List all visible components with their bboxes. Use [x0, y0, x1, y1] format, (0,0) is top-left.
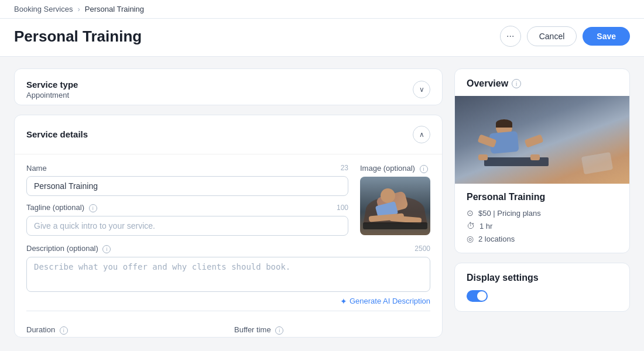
duration-info-icon[interactable]: i — [60, 326, 68, 335]
display-toggle-switch[interactable] — [467, 290, 488, 302]
service-type-card-header: Service type Appointment ∨ — [15, 69, 442, 105]
chevron-up-icon: ∧ — [419, 130, 424, 139]
overview-card: Overview i — [454, 68, 630, 253]
page-header: Personal Training ··· Cancel Save — [0, 19, 644, 57]
name-label-row: Name 23 — [26, 164, 348, 173]
image-upload-box[interactable] — [360, 177, 430, 235]
service-details-card-header: Service details ∧ — [15, 115, 442, 154]
overview-header: Overview i — [455, 69, 629, 96]
overview-info-icon[interactable]: i — [512, 79, 521, 88]
clock-icon: ⏱ — [467, 221, 475, 230]
service-details-heading: Service details — [26, 129, 88, 139]
overview-locations-item: ◎ 2 locations — [467, 234, 618, 243]
page-title: Personal Training — [14, 27, 142, 46]
overview-meta: ⊙ $50 | Pricing plans ⏱ 1 hr ◎ 2 locatio… — [467, 208, 618, 243]
service-details-card: Service details ∧ Name 23 — [14, 115, 443, 338]
name-label: Name — [26, 164, 47, 173]
location-icon: ◎ — [467, 234, 474, 243]
tagline-input[interactable] — [26, 216, 348, 236]
save-button[interactable]: Save — [583, 27, 630, 46]
description-group: Description (optional) i 2500 ✦ Generate… — [26, 244, 430, 306]
side-panel: Overview i — [454, 68, 630, 338]
overview-price: $50 | Pricing plans — [478, 209, 541, 218]
breadcrumb-current: Personal Training — [85, 5, 144, 13]
service-type-heading: Service type — [26, 80, 78, 90]
service-type-collapse-button[interactable]: ∨ — [413, 81, 430, 98]
breadcrumb-bar: Booking Services › Personal Training — [0, 0, 644, 19]
divider — [26, 311, 430, 311]
buffer-info-icon[interactable]: i — [275, 326, 283, 335]
tagline-group: Tagline (optional) i 100 — [26, 203, 348, 236]
main-panel: Service type Appointment ∨ Service detai… — [14, 68, 454, 338]
duration-group: Duration i 30 minutes 45 minutes 1 hour … — [26, 325, 222, 338]
image-upload-group: Image (optional) i — [360, 164, 430, 236]
description-char-count: 2500 — [415, 245, 430, 253]
overview-title: Overview — [467, 78, 508, 89]
tagline-label-row: Tagline (optional) i 100 — [26, 203, 348, 212]
overview-img-inner — [455, 96, 629, 184]
image-label-row: Image (optional) i — [360, 164, 430, 173]
description-info-icon[interactable]: i — [102, 245, 111, 253]
chevron-down-icon: ∨ — [419, 85, 424, 94]
overview-body: Personal Training ⊙ $50 | Pricing plans … — [455, 184, 629, 253]
duration-label: Duration i — [26, 325, 68, 335]
service-type-info: Service type Appointment — [26, 80, 78, 99]
overview-locations: 2 locations — [478, 235, 515, 243]
image-info-icon[interactable]: i — [420, 165, 428, 173]
overview-duration-item: ⏱ 1 hr — [467, 221, 618, 230]
content-area: Service type Appointment ∨ Service detai… — [0, 57, 644, 349]
overview-duration: 1 hr — [479, 222, 492, 230]
name-char-count: 23 — [341, 164, 348, 172]
name-image-row: Name 23 Tagline (optional) i 100 — [26, 154, 430, 236]
tagline-info-icon[interactable]: i — [89, 204, 97, 212]
header-actions: ··· Cancel Save — [500, 26, 630, 47]
duration-label-row: Duration i — [26, 325, 222, 335]
buffer-group: Buffer time i None 5 minutes 10 minutes … — [234, 325, 430, 338]
sparkle-icon: ✦ — [340, 297, 347, 306]
duration-buffer-row: Duration i 30 minutes 45 minutes 1 hour … — [26, 316, 430, 338]
buffer-label: Buffer time i — [234, 325, 283, 335]
name-group: Name 23 Tagline (optional) i 100 — [26, 164, 348, 236]
description-label: Description (optional) i — [26, 244, 111, 253]
description-textarea[interactable] — [26, 257, 430, 292]
overview-service-name: Personal Training — [467, 192, 618, 202]
display-toggle-row — [467, 290, 618, 302]
image-label: Image (optional) i — [360, 164, 428, 173]
buffer-label-row: Buffer time i — [234, 325, 430, 335]
tagline-char-count: 100 — [337, 204, 348, 212]
money-icon: ⊙ — [467, 208, 474, 218]
more-options-button[interactable]: ··· — [500, 26, 521, 47]
tagline-label: Tagline (optional) i — [26, 203, 97, 212]
description-label-row: Description (optional) i 2500 — [26, 244, 430, 253]
service-details-body: Name 23 Tagline (optional) i 100 — [15, 154, 442, 338]
service-details-info: Service details — [26, 129, 88, 139]
name-input[interactable] — [26, 176, 348, 196]
generate-ai-description-button[interactable]: ✦ Generate AI Description — [26, 297, 430, 306]
display-settings-card: Display settings — [454, 263, 630, 312]
display-settings-title: Display settings — [467, 273, 618, 283]
service-details-collapse-button[interactable]: ∧ — [413, 126, 430, 143]
breadcrumb-separator: › — [77, 5, 80, 13]
service-type-value: Appointment — [26, 91, 78, 99]
overview-hero-image — [455, 96, 629, 184]
breadcrumb-parent[interactable]: Booking Services — [14, 5, 73, 13]
service-type-card: Service type Appointment ∨ — [14, 68, 443, 105]
cancel-button[interactable]: Cancel — [527, 26, 577, 46]
overview-price-item: ⊙ $50 | Pricing plans — [467, 208, 618, 218]
